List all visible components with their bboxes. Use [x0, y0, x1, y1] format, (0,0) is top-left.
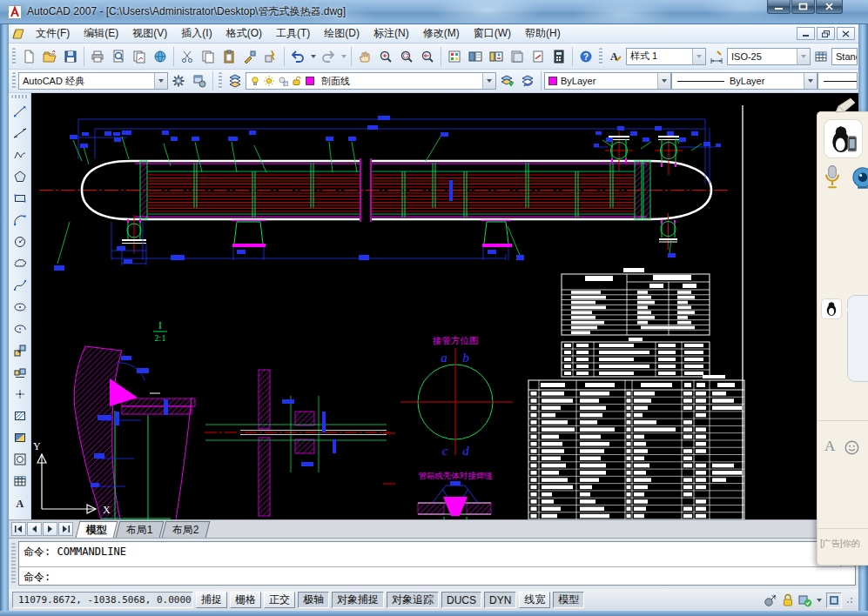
tool-palettes-button[interactable] — [486, 46, 507, 67]
lock-icon[interactable] — [782, 593, 794, 607]
save-button[interactable] — [60, 46, 81, 67]
chevron-down-icon[interactable] — [657, 73, 670, 89]
resize-grip[interactable] — [846, 597, 853, 604]
chat-message-bubble[interactable] — [847, 295, 868, 382]
chat-mobile-button[interactable] — [824, 119, 863, 158]
chat-avatar[interactable] — [821, 298, 842, 319]
toggle-otrack[interactable]: 对象追踪 — [387, 592, 439, 608]
toolbar-grip[interactable] — [599, 48, 602, 65]
my-workspace-button[interactable] — [189, 70, 210, 91]
minimize-button[interactable] — [767, 0, 791, 14]
copy-button[interactable] — [198, 46, 219, 67]
dim-style-combo[interactable]: ISO-25 — [727, 48, 811, 65]
markup-button[interactable] — [528, 46, 548, 67]
clean-screen-button[interactable] — [826, 593, 842, 608]
command-text-area[interactable]: 命令: COMMANDLINE 命令: — [18, 541, 856, 586]
table-style-button[interactable] — [811, 46, 831, 67]
chevron-down-icon[interactable] — [797, 49, 810, 64]
next-tab-button[interactable] — [43, 522, 57, 536]
previous-tab-button[interactable] — [27, 522, 42, 536]
draw-ellipse-arc-button[interactable] — [10, 318, 30, 339]
hatch-button[interactable] — [10, 405, 30, 426]
menu-edit[interactable]: 编辑(E) — [77, 23, 125, 44]
unlock-icon[interactable] — [292, 76, 302, 86]
properties-palette-button[interactable] — [444, 46, 465, 67]
menu-tools[interactable]: 工具(T) — [269, 23, 317, 44]
title-bar[interactable]: AutoCAD 2007 - [C:\Users\Administrator\D… — [0, 0, 868, 24]
mdi-restore-button[interactable] — [817, 27, 835, 40]
toggle-osnap[interactable]: 对象捕捉 — [332, 592, 384, 608]
menu-modify[interactable]: 修改(M) — [416, 23, 467, 44]
mdi-minimize-button[interactable] — [797, 27, 815, 40]
make-layer-current-button[interactable] — [496, 70, 517, 91]
draw-arc-button[interactable] — [10, 209, 30, 231]
toggle-polar[interactable]: 极轴 — [298, 592, 329, 608]
chat-pencil-icon[interactable] — [834, 97, 857, 114]
draw-spline-button[interactable] — [10, 274, 30, 296]
zoom-previous-button[interactable] — [417, 46, 438, 67]
first-tab-button[interactable] — [11, 522, 26, 536]
close-button[interactable] — [816, 0, 843, 14]
draw-polygon-button[interactable] — [10, 165, 30, 187]
tab-layout2[interactable]: 布局2 — [161, 521, 209, 538]
redo-button[interactable] — [318, 46, 339, 67]
color-combo[interactable]: ByLayer — [544, 72, 671, 90]
toolbar-grip[interactable] — [219, 72, 222, 90]
menu-window[interactable]: 窗口(W) — [467, 23, 518, 44]
layer-combo[interactable]: 剖面线 — [246, 72, 496, 90]
toggle-snap[interactable]: 捕捉 — [196, 592, 227, 608]
lightbulb-icon[interactable] — [250, 76, 260, 86]
menu-draw[interactable]: 绘图(D) — [317, 23, 367, 44]
new-button[interactable] — [18, 46, 39, 67]
toggle-lineweight[interactable]: 线宽 — [519, 592, 550, 608]
sheet-set-button[interactable] — [507, 46, 528, 67]
menu-help[interactable]: 帮助(H) — [518, 23, 568, 44]
draw-polyline-button[interactable] — [10, 144, 30, 165]
match-properties-button[interactable] — [239, 46, 260, 67]
layer-color-swatch[interactable] — [306, 77, 314, 85]
undo-button[interactable] — [287, 46, 308, 67]
chat-font-icon[interactable]: A — [824, 438, 835, 455]
mtext-button[interactable]: A — [10, 492, 30, 513]
communication-center-icon[interactable] — [764, 593, 777, 607]
linetype-combo[interactable]: ByLayer — [671, 72, 818, 90]
toolbar-grip[interactable] — [12, 72, 16, 90]
chevron-down-icon[interactable] — [804, 73, 817, 89]
coordinates-display[interactable]: 11079.8672, -1038.5068, 0.0000 — [12, 592, 193, 608]
publish-button[interactable] — [129, 46, 150, 67]
draw-ellipse-button[interactable] — [10, 296, 30, 318]
tab-model[interactable]: 模型 — [76, 521, 118, 538]
table-button[interactable] — [10, 470, 30, 492]
webcam-icon[interactable] — [851, 166, 868, 191]
layer-previous-button[interactable] — [517, 70, 538, 91]
toolbar-grip[interactable] — [11, 95, 29, 98]
draw-line-button[interactable] — [10, 100, 30, 122]
3d-dwf-button[interactable] — [150, 46, 171, 67]
menu-file[interactable]: 文件(F) — [29, 23, 77, 44]
command-history[interactable]: 命令: COMMANDLINE — [19, 542, 840, 567]
workspace-settings-button[interactable] — [168, 70, 189, 91]
toolbar-lock-check-icon[interactable] — [798, 593, 812, 607]
layer-properties-button[interactable] — [225, 70, 246, 91]
chevron-down-icon[interactable] — [482, 73, 495, 89]
draw-rectangle-button[interactable] — [10, 187, 30, 209]
command-window-grip[interactable] — [11, 543, 16, 584]
toggle-dyn[interactable]: DYN — [484, 592, 516, 608]
tray-dropdown-icon[interactable] — [817, 599, 822, 602]
zoom-window-button[interactable] — [396, 46, 417, 67]
microphone-icon[interactable] — [823, 164, 842, 191]
table-style-combo[interactable]: Standard — [831, 48, 858, 65]
draw-circle-button[interactable] — [10, 231, 30, 252]
menu-format[interactable]: 格式(O) — [219, 23, 269, 44]
chevron-down-icon[interactable] — [154, 73, 167, 89]
menu-dimension[interactable]: 标注(N) — [367, 23, 416, 44]
drawing-canvas[interactable]: I 2:1 — [31, 93, 858, 519]
plot-button[interactable] — [87, 46, 108, 67]
redo-dropdown[interactable] — [339, 46, 348, 67]
text-style-button[interactable]: A — [605, 46, 626, 67]
toolbar-grip[interactable] — [12, 48, 16, 65]
gradient-button[interactable] — [10, 426, 30, 448]
zoom-realtime-button[interactable] — [375, 46, 396, 67]
draw-point-button[interactable] — [10, 383, 30, 405]
lineweight-combo[interactable] — [818, 72, 858, 90]
